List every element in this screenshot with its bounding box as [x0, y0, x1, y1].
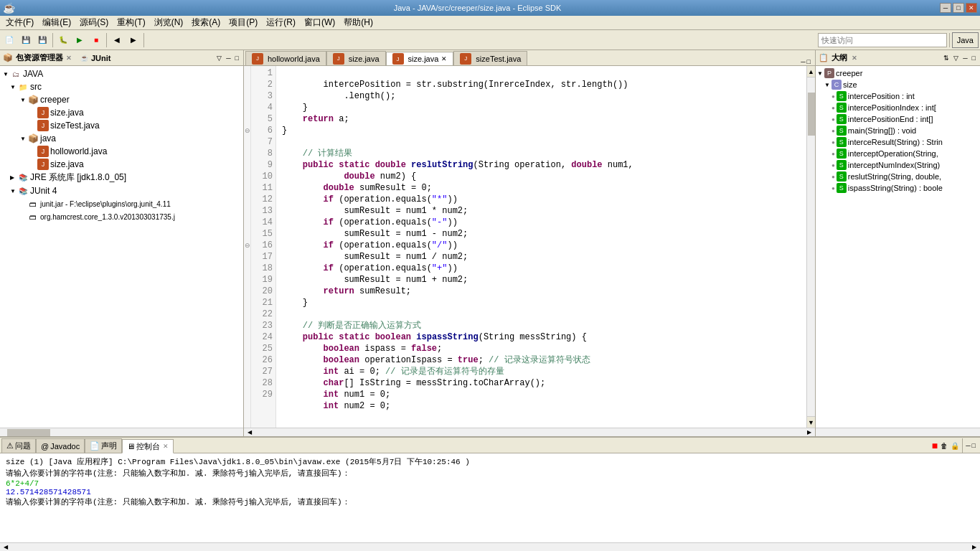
outline-min-btn[interactable]: ─ [961, 55, 969, 62]
tree-item-holloworld[interactable]: ▶ J holloworld.java [0, 145, 243, 158]
outline-max-btn[interactable]: □ [971, 55, 977, 62]
console-hscroll-left[interactable]: ◀ [0, 543, 11, 551]
console-close[interactable]: ✕ [163, 443, 169, 450]
forward-button[interactable]: ▶ [126, 32, 141, 48]
hscroll-thumb[interactable] [7, 429, 50, 436]
editor-min-btn[interactable]: ─ [801, 58, 805, 65]
expand-src[interactable]: ▼ [10, 84, 17, 90]
tab-console[interactable]: 🖥 控制台 ✕ [122, 439, 174, 453]
expand-junit4[interactable]: ▼ [10, 188, 17, 194]
tab-size-1[interactable]: J size.java [326, 51, 386, 65]
vscroll-thumb[interactable] [808, 93, 815, 136]
menu-run[interactable]: 运行(R) [262, 16, 300, 29]
fold-marker-5[interactable] [244, 113, 250, 125]
fold-marker-13[interactable] [244, 205, 250, 217]
outline-interceposidx[interactable]: ● S intercePositionIndex : int[ [816, 102, 980, 113]
expand-java-pkg[interactable]: ▼ [20, 136, 27, 142]
console-min-btn[interactable]: ─ [966, 442, 970, 449]
console-max-btn[interactable]: □ [972, 442, 976, 449]
fold-marker-10[interactable] [244, 171, 250, 182]
fold-marker-4[interactable] [244, 102, 250, 113]
menu-help[interactable]: 帮助(H) [339, 16, 377, 29]
tab-size-active[interactable]: J size.java ✕ [386, 52, 454, 66]
save-button[interactable]: 💾 [18, 32, 34, 48]
console-stop-btn[interactable]: ■ [932, 440, 938, 451]
outline-filter-btn[interactable]: ▽ [952, 55, 960, 62]
console-hscroll[interactable]: ◀ ▶ [0, 542, 980, 551]
tab-holloworld[interactable]: J holloworld.java [245, 51, 326, 65]
tab-declaration[interactable]: 📄 声明 [85, 438, 122, 453]
outline-main[interactable]: ● S main(String[]) : void [816, 125, 980, 136]
debug-button[interactable]: 🐛 [55, 32, 71, 48]
menu-navigate[interactable]: 浏览(N) [150, 16, 188, 29]
editor-vscroll[interactable]: ▲ ▼ [806, 66, 815, 428]
stop-button[interactable]: ■ [88, 32, 104, 48]
tree-item-size-java-2[interactable]: ▶ J size.java [0, 158, 243, 171]
tree-item-sizetest-java[interactable]: ▶ J sizeTest.java [0, 119, 243, 132]
menu-project[interactable]: 项目(P) [225, 16, 262, 29]
tree-item-hamcrest-jar[interactable]: ▶ 🗃 org.hamcrest.core_1.3.0.v20130303173… [0, 210, 243, 223]
outline-intercepos[interactable]: ● S intercePosition : int [816, 90, 980, 102]
outline-interceposend[interactable]: ● S intercePositionEnd : int[] [816, 113, 980, 125]
vscroll-down-btn[interactable]: ▼ [807, 416, 815, 428]
new-button[interactable]: 📄 [1, 32, 17, 48]
menu-edit[interactable]: 编辑(E) [38, 16, 75, 29]
outline-hscroll[interactable] [816, 428, 980, 436]
console-hscroll-right[interactable]: ▶ [969, 543, 980, 551]
menu-search[interactable]: 搜索(A) [187, 16, 225, 29]
fold-marker-16[interactable]: ⊖ [244, 240, 250, 251]
menu-window[interactable]: 窗口(W) [300, 16, 339, 29]
console-clear-btn[interactable]: 🗑 [939, 442, 949, 450]
outline-expand-creeper[interactable]: ▼ [817, 70, 824, 77]
hscroll-left-btn[interactable]: ◀ [244, 429, 255, 436]
tab-close-button[interactable]: ✕ [441, 55, 447, 62]
maximize-panel-btn[interactable]: □ [234, 55, 240, 62]
tab-sizetest[interactable]: J sizeTest.java [453, 51, 527, 65]
hscroll-right-btn[interactable]: ▶ [804, 429, 815, 436]
tree-item-junit4[interactable]: ▼ 📚 JUnit 4 [0, 184, 243, 197]
expand-creeper[interactable]: ▼ [20, 97, 27, 103]
fold-marker-1[interactable] [244, 67, 250, 79]
menu-source[interactable]: 源码(S) [75, 16, 113, 29]
fold-marker-6[interactable]: ⊖ [244, 125, 250, 136]
outline-interceptnumidx[interactable]: ● S interceptNumIndex(String) [816, 159, 980, 171]
outline-sort-btn[interactable]: ⇅ [942, 55, 951, 62]
expand-jre[interactable]: ▶ [10, 174, 17, 181]
vscroll-track[interactable] [807, 77, 815, 416]
outline-interceptop[interactable]: ● S interceptOperation(String, [816, 148, 980, 159]
vscroll-up-btn[interactable]: ▲ [807, 66, 815, 77]
tree-item-java-project[interactable]: ▼ 🗂 JAVA [0, 67, 243, 80]
quick-access-input[interactable] [818, 33, 947, 47]
menu-refactor[interactable]: 重构(T) [113, 16, 149, 29]
fold-marker-15[interactable] [244, 228, 250, 240]
close-button[interactable]: ✕ [966, 3, 977, 13]
editor-max-btn[interactable]: □ [807, 58, 811, 65]
fold-marker-12[interactable] [244, 194, 250, 205]
fold-marker-9[interactable] [244, 159, 250, 171]
back-button[interactable]: ◀ [109, 32, 125, 48]
tab-javadoc[interactable]: @ Javadoc [36, 438, 85, 453]
outline-interceres[interactable]: ● S interceResult(String) : Strin [816, 136, 980, 148]
fold-marker-2[interactable] [244, 79, 250, 90]
tree-item-src[interactable]: ▼ 📁 src [0, 80, 243, 93]
outline-expand-size[interactable]: ▼ [824, 82, 831, 88]
code-content[interactable]: intercePosition = str.substring(InrerceI… [276, 66, 806, 428]
tab-problems[interactable]: ⚠ 问题 [1, 438, 36, 453]
fold-marker-14[interactable] [244, 217, 250, 228]
run-button[interactable]: ▶ [72, 32, 88, 48]
fold-marker-11[interactable] [244, 182, 250, 194]
outline-reslutstr[interactable]: ● S reslutString(String, double, [816, 171, 980, 182]
outline-size-class[interactable]: ▼ C size [816, 79, 980, 90]
outline-ispassstr[interactable]: ● S ispassString(String) : boole [816, 182, 980, 194]
perspective-java[interactable]: Java [952, 32, 979, 48]
outline-creeper[interactable]: ▼ P creeper [816, 67, 980, 79]
fold-marker-3[interactable] [244, 90, 250, 102]
save-all-button[interactable]: 💾 [34, 32, 50, 48]
tree-item-size-java[interactable]: ▶ J size.java [0, 106, 243, 119]
fold-marker-8[interactable] [244, 148, 250, 159]
tree-item-jre[interactable]: ▶ 📚 JRE 系统库 [jdk1.8.0_05] [0, 171, 243, 184]
editor-hscroll[interactable]: ◀ ▶ [244, 428, 815, 436]
maximize-button[interactable]: □ [953, 3, 964, 13]
minimize-button[interactable]: ─ [940, 3, 951, 13]
tree-item-java-package[interactable]: ▼ 📦 java [0, 132, 243, 145]
